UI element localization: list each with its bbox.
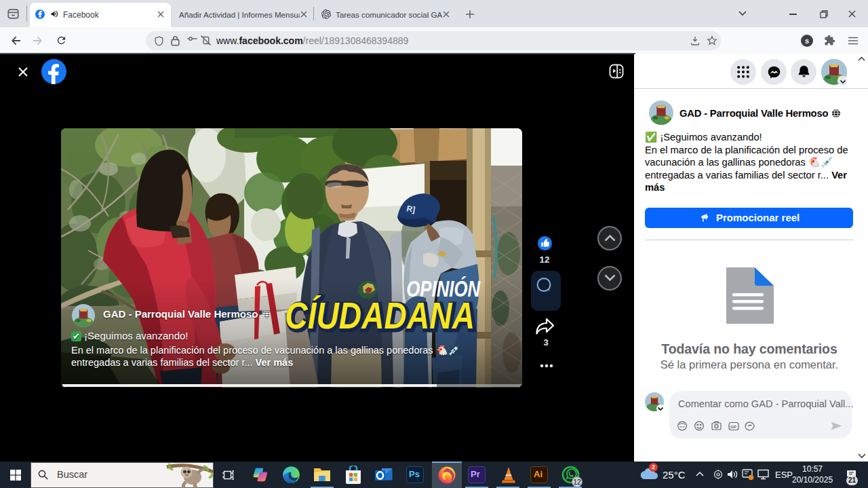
svg-text:CÍUDADANA: CÍUDADANA: [285, 295, 475, 337]
svg-text:GIF: GIF: [730, 425, 737, 429]
svg-text:R]: R]: [406, 204, 416, 214]
